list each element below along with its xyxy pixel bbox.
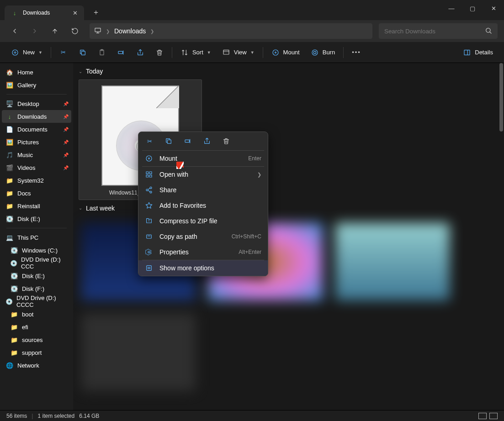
context-menu: ✂ Mount Enter Open with ❯ Share Add to F… [138, 132, 268, 276]
more-button[interactable]: ••• [347, 45, 366, 60]
sidebar-item-disk-e2[interactable]: 💽Disk (E:) [2, 269, 71, 282]
sidebar-item-downloads[interactable]: ↓Downloads📌 [2, 110, 71, 123]
scrollbar[interactable] [499, 63, 503, 132]
sidebar-item-dvd-d[interactable]: 💿DVD Drive (D:) CCC [2, 257, 71, 269]
forward-button[interactable] [27, 23, 43, 39]
minimize-button[interactable]: — [441, 0, 462, 16]
nav-bar: ❯ Downloads ❯ [0, 20, 504, 42]
share-button[interactable] [132, 45, 149, 60]
folder-icon: 📁 [10, 310, 18, 318]
address-bar[interactable]: ❯ Downloads ❯ [90, 23, 372, 39]
ctx-item-mount[interactable]: Mount Enter [138, 151, 268, 166]
sidebar-item-network[interactable]: 🌐Network [2, 359, 71, 372]
ctx-cut-button[interactable]: ✂ [145, 137, 154, 146]
sidebar-item-documents[interactable]: 📄Documents📌 [2, 123, 71, 136]
chevron-right-icon[interactable]: ❯ [106, 29, 110, 34]
sidebar-item-pictures[interactable]: 🖼️Pictures📌 [2, 136, 71, 148]
paste-button[interactable] [93, 45, 111, 60]
window-tab[interactable]: ↓ Downloads ✕ [5, 5, 84, 20]
details-label: Details [475, 49, 493, 56]
details-icon [463, 48, 471, 57]
back-button[interactable] [6, 23, 23, 39]
svg-rect-14 [185, 140, 189, 142]
search-input[interactable] [384, 28, 485, 35]
selected-size: 6.14 GB [79, 413, 99, 419]
file-tile[interactable] [335, 223, 450, 300]
ctx-rename-button[interactable] [183, 137, 192, 146]
sidebar-item-disk-f[interactable]: 💽Disk (F:) [2, 282, 71, 295]
pin-icon: 📌 [63, 101, 69, 106]
ctx-item-compress[interactable]: Compress to ZIP file [138, 213, 268, 229]
copy-path-icon [145, 232, 153, 241]
ctx-item-copy-path[interactable]: Copy as path Ctrl+Shift+C [138, 229, 268, 244]
plus-circle-icon [11, 48, 19, 57]
sidebar-item-home[interactable]: 🏠Home [2, 66, 71, 79]
close-tab-icon[interactable]: ✕ [73, 10, 78, 16]
more-icon [145, 264, 153, 272]
sidebar-item-docs[interactable]: 📁Docs [2, 187, 71, 200]
sidebar-item-music[interactable]: 🎵Music📌 [2, 148, 71, 161]
item-count: 56 items [6, 413, 27, 419]
chevron-right-icon[interactable]: ❯ [150, 29, 154, 34]
refresh-button[interactable] [67, 23, 83, 39]
view-button[interactable]: View ▼ [218, 45, 259, 60]
sidebar-item-disk-e[interactable]: 💽Disk (E:) [2, 212, 71, 225]
search-icon[interactable] [485, 27, 492, 36]
search-box[interactable] [379, 23, 498, 39]
disc-icon [145, 154, 153, 163]
sidebar-item-boot[interactable]: 📁boot [2, 308, 71, 321]
monitor-icon [94, 27, 101, 36]
breadcrumb-current[interactable]: Downloads [114, 27, 146, 35]
sort-button[interactable]: Sort ▼ [176, 45, 216, 60]
delete-button[interactable] [151, 45, 168, 60]
close-window-button[interactable]: ✕ [483, 0, 504, 16]
group-header-today[interactable]: ⌄ Today [73, 63, 504, 79]
ctx-item-open-with[interactable]: Open with ❯ [138, 167, 268, 182]
svg-rect-3 [81, 51, 85, 55]
file-tile[interactable] [81, 313, 196, 391]
sidebar-item-windows-c[interactable]: 💽Windows (C:) [2, 244, 71, 257]
ctx-item-properties[interactable]: Properties Alt+Enter [138, 244, 268, 260]
up-button[interactable] [47, 23, 63, 39]
ctx-item-share[interactable]: Share [138, 182, 268, 198]
properties-icon [145, 248, 153, 256]
chevron-down-icon: ⌄ [79, 205, 82, 210]
sidebar-item-desktop[interactable]: 🖥️Desktop📌 [2, 97, 71, 110]
ctx-delete-button[interactable] [222, 137, 231, 146]
sidebar-item-videos[interactable]: 🎬Videos📌 [2, 161, 71, 174]
dvd-icon: 💿 [5, 297, 13, 305]
view-icon [222, 48, 230, 57]
sidebar-item-reinstall[interactable]: 📁Reinstall [2, 200, 71, 212]
scissors-icon: ✂ [59, 48, 68, 57]
svg-rect-12 [464, 50, 470, 55]
title-bar: ↓ Downloads ✕ ＋ — ▢ ✕ [0, 0, 504, 20]
maximize-button[interactable]: ▢ [462, 0, 483, 16]
grid-view-toggle[interactable] [489, 413, 498, 419]
svg-point-15 [146, 156, 152, 161]
burn-button[interactable]: Burn [306, 45, 340, 60]
copy-button[interactable] [74, 45, 91, 60]
mount-button[interactable]: Mount [267, 45, 304, 60]
details-pane-button[interactable]: Details [458, 45, 498, 60]
cut-button[interactable]: ✂ [55, 45, 72, 60]
sidebar-item-this-pc[interactable]: 💻This PC [2, 231, 71, 244]
sidebar-item-sources[interactable]: 📁sources [2, 333, 71, 346]
ctx-share-button[interactable] [202, 137, 212, 146]
ctx-item-add-favorites[interactable]: Add to Favorites [138, 198, 268, 213]
sidebar-item-efi[interactable]: 📁efi [2, 321, 71, 333]
sidebar-item-system32[interactable]: 📁System32 [2, 174, 71, 187]
chevron-down-icon: ▼ [207, 50, 211, 55]
pin-icon: 📌 [63, 153, 69, 158]
rename-button[interactable] [112, 45, 130, 60]
drive-icon: 💽 [10, 284, 18, 293]
new-label: New [23, 49, 35, 56]
new-button[interactable]: New ▼ [6, 45, 47, 60]
chevron-down-icon: ▼ [38, 50, 42, 55]
sidebar-item-gallery[interactable]: 🖼️Gallery [2, 79, 71, 91]
ctx-item-show-more[interactable]: Show more options [138, 260, 268, 276]
ctx-copy-button[interactable] [164, 137, 173, 146]
sidebar-item-dvd-d2[interactable]: 💿DVD Drive (D:) CCCC [2, 295, 71, 308]
sidebar-item-support[interactable]: 📁support [2, 346, 71, 359]
new-tab-button[interactable]: ＋ [92, 8, 100, 17]
list-view-toggle[interactable] [478, 413, 487, 419]
